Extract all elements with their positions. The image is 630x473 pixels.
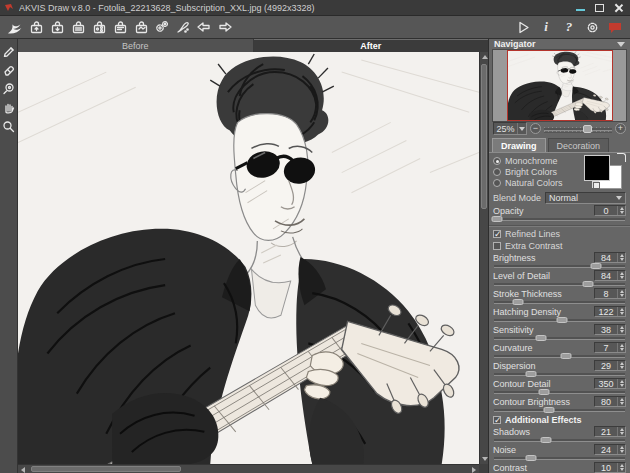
scroll-down-icon[interactable] (482, 457, 488, 461)
about-info-icon[interactable]: i (537, 18, 555, 36)
open-image-icon[interactable] (27, 18, 45, 36)
app-logo-icon (4, 3, 14, 13)
param-spinbox[interactable]: 24 (594, 444, 626, 455)
param-spinbox[interactable]: 38 (594, 324, 626, 335)
zoom-dropdown-icon[interactable] (517, 123, 526, 134)
opacity-spinbox[interactable]: 0 (594, 205, 626, 216)
param-slider[interactable] (494, 263, 625, 270)
checkbox-icon[interactable] (493, 230, 501, 238)
tab-drawing[interactable]: Drawing (492, 138, 546, 152)
post-processing-brush-icon[interactable] (174, 18, 192, 36)
option-additional-effects[interactable]: Additional Effects (489, 414, 630, 426)
mode-natural-colors[interactable]: Natural Colors (493, 177, 584, 188)
zoom-slider[interactable] (544, 125, 612, 133)
blend-mode-select[interactable]: Normal (545, 192, 626, 204)
forward-arrow-icon[interactable] (216, 18, 234, 36)
vertical-scroll-thumb[interactable] (481, 64, 487, 209)
zoom-out-button[interactable]: − (530, 123, 541, 134)
share-image-icon[interactable] (90, 18, 108, 36)
horizontal-scrollbar[interactable] (18, 464, 479, 473)
zoom-slider-thumb[interactable] (583, 125, 592, 133)
feedback-bubble-icon[interactable] (606, 18, 624, 36)
param-slider[interactable] (494, 335, 625, 342)
image-canvas[interactable] (18, 52, 479, 464)
opacity-slider[interactable] (494, 216, 625, 223)
close-button[interactable] (613, 3, 624, 13)
option-refined-lines[interactable]: Refined Lines (489, 228, 630, 240)
param-spinbox[interactable]: 84 (594, 252, 626, 263)
radio-icon[interactable] (493, 179, 501, 187)
param-slider[interactable] (494, 353, 625, 360)
foreground-color-swatch[interactable] (584, 155, 610, 181)
param-label: Brightness (493, 253, 536, 263)
eraser-icon[interactable] (1, 62, 16, 77)
param-spinbox[interactable]: 21 (594, 426, 626, 437)
navigator-view-frame[interactable] (507, 50, 613, 121)
zoom-select[interactable]: 25% (493, 122, 527, 135)
param-slider[interactable] (494, 455, 625, 462)
param-spinbox[interactable]: 10 (594, 462, 626, 473)
blend-mode-label: Blend Mode (493, 193, 541, 203)
param-slider[interactable] (494, 389, 625, 396)
mode-bright-colors[interactable]: Bright Colors (493, 166, 584, 177)
horizontal-scroll-thumb[interactable] (31, 466, 181, 472)
param-label: Noise (493, 445, 516, 455)
mode-monochrome[interactable]: Monochrome (493, 155, 584, 166)
tools-panel (0, 39, 18, 473)
window-title: AKVIS Draw v.8.0 - Fotolia_22213628_Subs… (19, 3, 575, 13)
sketch-image (18, 52, 479, 464)
param-spinbox[interactable]: 84 (594, 270, 626, 281)
param-slider[interactable] (494, 437, 625, 444)
param-spinbox[interactable]: 350 (594, 378, 626, 389)
save-image-icon[interactable] (48, 18, 66, 36)
print-image-icon[interactable] (69, 18, 87, 36)
maximize-button[interactable] (594, 3, 605, 13)
zoom-magnifier-icon[interactable] (1, 119, 16, 134)
view-tabbar: Before After (18, 39, 488, 52)
tab-after[interactable]: After (254, 39, 489, 52)
param-slider[interactable] (494, 407, 625, 414)
help-icon[interactable]: ? (560, 18, 578, 36)
back-arrow-icon[interactable] (195, 18, 213, 36)
param-slider[interactable] (494, 299, 625, 306)
param-spinbox[interactable]: 29 (594, 360, 626, 371)
batch-processing-icon[interactable] (111, 18, 129, 36)
scroll-up-icon[interactable] (482, 55, 488, 59)
scroll-left-icon[interactable] (21, 467, 25, 473)
quick-settings-gears-icon[interactable] (153, 18, 171, 36)
navigator-title: Navigator (494, 39, 536, 49)
option-extra-contrast[interactable]: Extra Contrast (489, 240, 630, 252)
settings-tabs: Drawing Decoration (489, 138, 630, 153)
dropdown-arrow-icon (616, 196, 622, 200)
tab-decoration[interactable]: Decoration (548, 138, 610, 152)
swap-colors-icon[interactable] (617, 153, 626, 162)
param-spinbox[interactable]: 80 (594, 396, 626, 407)
run-processing-icon[interactable] (514, 18, 532, 36)
radio-icon[interactable] (493, 157, 501, 165)
param-slider[interactable] (494, 281, 625, 288)
minimize-button[interactable] (575, 3, 586, 13)
preferences-gear-icon[interactable] (583, 18, 601, 36)
settings-panel: Monochrome Bright Colors Natural Colors (489, 153, 630, 473)
param-slider[interactable] (494, 371, 625, 378)
preview-pencil-icon[interactable] (1, 43, 16, 58)
param-spinbox[interactable]: 7 (594, 342, 626, 353)
zoom-in-button[interactable]: + (615, 123, 626, 134)
scroll-right-icon[interactable] (472, 467, 476, 473)
navigator-thumbnail[interactable] (492, 49, 627, 122)
reset-colors-icon[interactable] (592, 181, 600, 189)
hand-icon[interactable] (1, 100, 16, 115)
tab-before[interactable]: Before (18, 39, 254, 52)
eyedropper-icon[interactable] (1, 81, 16, 96)
checkbox-icon[interactable] (493, 242, 501, 250)
checkbox-icon[interactable] (493, 416, 501, 424)
radio-icon[interactable] (493, 168, 501, 176)
vertical-scrollbar[interactable] (479, 52, 488, 464)
navigator-collapse-icon[interactable] (617, 42, 625, 47)
publish-image-icon[interactable] (132, 18, 150, 36)
param-spinbox[interactable]: 8 (594, 288, 626, 299)
color-swatches (584, 155, 624, 189)
param-slider[interactable] (494, 317, 625, 324)
param-spinbox[interactable]: 122 (594, 306, 626, 317)
param-label: Contour Detail (493, 379, 551, 389)
